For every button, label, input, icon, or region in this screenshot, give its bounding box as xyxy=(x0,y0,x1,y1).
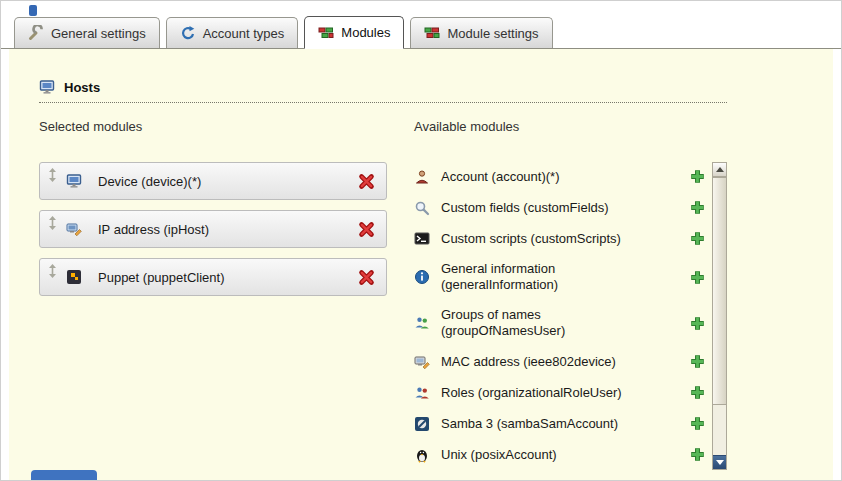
scroll-down-button[interactable] xyxy=(713,455,726,469)
tab-general-settings[interactable]: General settings xyxy=(14,17,160,48)
module-label: Roles (organizationalRoleUser) xyxy=(441,385,666,401)
wrench-icon xyxy=(28,25,44,41)
tab-label: General settings xyxy=(51,26,146,41)
tab-modules[interactable]: Modules xyxy=(304,16,404,49)
add-module-button[interactable] xyxy=(689,446,706,463)
module-settings-bricks-icon xyxy=(424,25,440,41)
module-label: Windows (windowsHost)(*) xyxy=(441,478,666,479)
tab-label: Module settings xyxy=(447,26,538,41)
scroll-up-button[interactable] xyxy=(713,163,726,177)
up-arrow-icon xyxy=(716,167,724,172)
add-module-button[interactable] xyxy=(689,415,706,432)
add-module-button[interactable] xyxy=(689,230,706,247)
remove-module-button[interactable] xyxy=(358,221,375,238)
cutoff-bottom-button xyxy=(31,470,97,480)
section-header: Hosts xyxy=(39,79,727,103)
module-label: Custom scripts (customScripts) xyxy=(441,231,666,247)
selected-modules-list: Device (device)(*)IP address (ipHost)Pup… xyxy=(39,162,387,296)
windows-icon xyxy=(414,478,430,479)
available-module-row: Unix (posixAccount) xyxy=(414,440,706,469)
module-label: Unix (posixAccount) xyxy=(441,447,666,463)
module-label: Device (device)(*) xyxy=(98,174,358,189)
add-module-button[interactable] xyxy=(689,353,706,370)
account-person-icon xyxy=(414,169,430,185)
down-arrow-icon xyxy=(716,460,724,465)
magnifier-icon xyxy=(414,200,430,216)
available-modules-column: Available modules Account (account)(*)Cu… xyxy=(414,119,727,478)
selected-module-row: Puppet (puppetClient) xyxy=(39,258,387,296)
available-module-row: Windows (windowsHost)(*) xyxy=(414,471,706,478)
available-modules-wrap: Account (account)(*)Custom fields (custo… xyxy=(414,162,727,478)
info-icon xyxy=(414,269,430,285)
module-label: IP address (ipHost) xyxy=(98,222,358,237)
tab-account-types[interactable]: Account types xyxy=(166,17,299,48)
available-modules-list: Account (account)(*)Custom fields (custo… xyxy=(414,162,706,478)
selected-modules-column: Selected modules Device (device)(*)IP ad… xyxy=(39,119,387,478)
available-module-row: Custom fields (customFields) xyxy=(414,193,706,222)
available-module-row: MAC address (ieee802device) xyxy=(414,347,706,376)
module-label: Custom fields (customFields) xyxy=(441,200,666,216)
selected-module-row: IP address (ipHost) xyxy=(39,210,387,248)
available-module-row: General information (generalInformation) xyxy=(414,255,706,299)
modules-bricks-icon xyxy=(318,25,334,41)
module-label: MAC address (ieee802device) xyxy=(441,354,666,370)
drag-handle-icon[interactable] xyxy=(47,168,58,182)
module-label: Puppet (puppetClient) xyxy=(98,270,358,285)
roles-icon xyxy=(414,385,430,401)
tux-icon xyxy=(414,447,430,463)
modules-panel: Hosts Selected modules Device (device)(*… xyxy=(9,49,833,480)
add-module-button[interactable] xyxy=(689,384,706,401)
available-module-row: Groups of names (groupOfNamesUser) xyxy=(414,301,706,345)
module-label: Groups of names (groupOfNamesUser) xyxy=(441,307,666,339)
add-module-button[interactable] xyxy=(689,477,706,478)
available-module-row: Roles (organizationalRoleUser) xyxy=(414,378,706,407)
available-module-row: Account (account)(*) xyxy=(414,162,706,191)
add-module-button[interactable] xyxy=(689,199,706,216)
scrollbar-track[interactable] xyxy=(713,177,726,455)
terminal-icon xyxy=(414,231,430,247)
add-module-button[interactable] xyxy=(689,315,706,332)
available-module-row: Custom scripts (customScripts) xyxy=(414,224,706,253)
sync-gears-icon xyxy=(180,25,196,41)
ip-address-icon xyxy=(66,221,82,237)
drag-handle-icon[interactable] xyxy=(47,264,58,278)
modules-columns: Selected modules Device (device)(*)IP ad… xyxy=(39,119,833,478)
module-label: General information (generalInformation) xyxy=(441,261,666,293)
group-icon xyxy=(414,315,430,331)
drag-handle-icon[interactable] xyxy=(47,216,58,230)
module-label: Account (account)(*) xyxy=(441,169,666,185)
add-module-button[interactable] xyxy=(689,269,706,286)
available-modules-scrollbar[interactable] xyxy=(712,162,727,470)
tab-module-settings[interactable]: Module settings xyxy=(410,17,552,48)
available-modules-heading: Available modules xyxy=(414,119,727,134)
tab-bar: General settingsAccount typesModulesModu… xyxy=(1,1,841,49)
device-monitor-icon xyxy=(66,173,82,189)
selected-modules-heading: Selected modules xyxy=(39,119,387,134)
section-title: Hosts xyxy=(64,80,100,95)
remove-module-button[interactable] xyxy=(358,269,375,286)
mac-address-icon xyxy=(414,354,430,370)
available-module-row: Samba 3 (sambaSamAccount) xyxy=(414,409,706,438)
scrollbar-thumb[interactable] xyxy=(712,177,727,405)
selected-module-row: Device (device)(*) xyxy=(39,162,387,200)
puppet-icon xyxy=(66,269,82,285)
lam-configuration-screen: General settingsAccount typesModulesModu… xyxy=(0,0,842,481)
cutoff-top-decoration xyxy=(29,5,37,16)
tab-label: Account types xyxy=(203,26,285,41)
add-module-button[interactable] xyxy=(689,168,706,185)
samba-icon xyxy=(414,416,430,432)
module-label: Samba 3 (sambaSamAccount) xyxy=(441,416,666,432)
hosts-monitor-icon xyxy=(39,79,55,95)
tab-label: Modules xyxy=(341,25,390,40)
remove-module-button[interactable] xyxy=(358,173,375,190)
